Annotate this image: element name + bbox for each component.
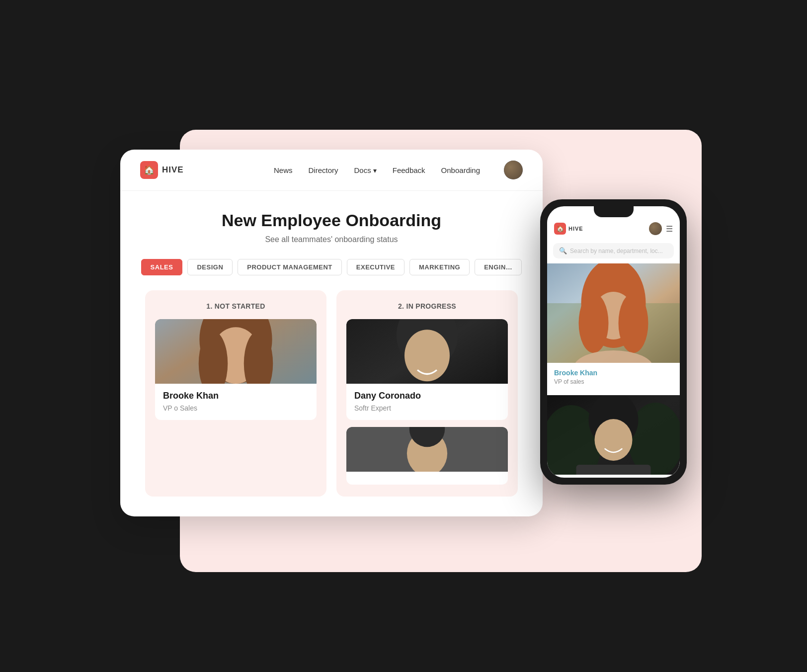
logo-icon: 🏠 bbox=[140, 161, 158, 179]
logo[interactable]: 🏠 HIVE bbox=[140, 161, 184, 179]
svg-point-24 bbox=[595, 419, 633, 461]
filter-tab-sales[interactable]: SALES bbox=[141, 259, 183, 275]
person-card-small[interactable] bbox=[346, 427, 508, 485]
phone-person-brooke[interactable]: Brooke Khan VP of sales bbox=[547, 263, 680, 392]
nav-docs[interactable]: Docs bbox=[354, 166, 377, 174]
person-card-dany[interactable]: Dany Coronado Softr Expert bbox=[346, 319, 508, 420]
search-placeholder: Search by name, department, loc... bbox=[570, 248, 663, 254]
mobile-phone: 🏠 HIVE ☰ 🔍 Search by name, department, l… bbox=[540, 199, 687, 485]
status-title-1: 1. NOT STARTED bbox=[155, 302, 317, 310]
filter-tab-product[interactable]: PRODUCT MANAGEMENT bbox=[238, 259, 342, 275]
phone-person-role-brooke: VP of sales bbox=[554, 378, 673, 385]
nav-onboarding[interactable]: Onboarding bbox=[441, 166, 480, 174]
person-name-dany: Dany Coronado bbox=[354, 391, 500, 401]
cards-grid: 1. NOT STARTED bbox=[140, 290, 523, 497]
nav-directory[interactable]: Directory bbox=[309, 166, 338, 174]
avatar[interactable] bbox=[504, 161, 523, 179]
photo-woman bbox=[155, 319, 317, 384]
scene: 🏠 HIVE News Directory Docs Feedback Onbo… bbox=[105, 100, 702, 572]
phone-logo-icon: 🏠 bbox=[554, 223, 566, 235]
person-name-brooke: Brooke Khan bbox=[163, 391, 309, 401]
nav-feedback[interactable]: Feedback bbox=[393, 166, 425, 174]
nav-links: News Directory Docs Feedback Onboarding bbox=[274, 161, 523, 179]
phone-nav-right: ☰ bbox=[649, 222, 673, 235]
logo-text: HIVE bbox=[162, 165, 184, 175]
phone-person-name-brooke: Brooke Khan bbox=[554, 369, 673, 377]
status-title-2: 2. IN PROGRESS bbox=[346, 302, 508, 310]
phone-avatar[interactable] bbox=[649, 222, 662, 235]
status-column-not-started: 1. NOT STARTED bbox=[145, 290, 326, 497]
page-subtitle: See all teammates' onboarding status bbox=[140, 235, 523, 244]
desktop-nav: 🏠 HIVE News Directory Docs Feedback Onbo… bbox=[120, 150, 543, 191]
svg-point-18 bbox=[619, 293, 648, 353]
phone-logo-text: HIVE bbox=[568, 226, 583, 232]
status-column-in-progress: 2. IN PROGRESS bbox=[336, 290, 518, 497]
person-role-dany: Softr Expert bbox=[354, 404, 500, 412]
svg-rect-25 bbox=[576, 465, 651, 475]
person-photo-dany bbox=[346, 319, 508, 384]
phone-search[interactable]: 🔍 Search by name, department, loc... bbox=[553, 243, 674, 258]
phone-person-dany[interactable] bbox=[547, 395, 680, 475]
phone-screen: 🏠 HIVE ☰ 🔍 Search by name, department, l… bbox=[547, 206, 680, 478]
phone-person-info-brooke: Brooke Khan VP of sales bbox=[547, 363, 680, 392]
person-card-brooke[interactable]: Brooke Khan VP o Sales bbox=[155, 319, 317, 420]
chevron-down-icon bbox=[373, 166, 377, 174]
desktop-card: 🏠 HIVE News Directory Docs Feedback Onbo… bbox=[120, 150, 543, 516]
page-title: New Employee Onboarding bbox=[140, 211, 523, 230]
phone-person-photo-brooke bbox=[547, 263, 680, 363]
hamburger-icon[interactable]: ☰ bbox=[666, 224, 673, 234]
filter-tab-marketing[interactable]: MARKETING bbox=[409, 259, 470, 275]
filter-tab-design[interactable]: DESIGN bbox=[187, 259, 233, 275]
person-photo-brooke bbox=[155, 319, 317, 384]
filter-tab-executive[interactable]: EXECUTIVE bbox=[347, 259, 404, 275]
person-photo-small bbox=[346, 427, 508, 472]
phone-person-photo-dany bbox=[547, 395, 680, 475]
main-content: New Employee Onboarding See all teammate… bbox=[120, 191, 543, 497]
filter-tabs: SALES DESIGN PRODUCT MANAGEMENT EXECUTIV… bbox=[140, 259, 523, 275]
avatar-image bbox=[504, 161, 523, 179]
nav-news[interactable]: News bbox=[274, 166, 293, 174]
filter-tab-engineering[interactable]: ENGIN… bbox=[475, 259, 522, 275]
search-icon: 🔍 bbox=[559, 247, 567, 254]
phone-nav: 🏠 HIVE ☰ bbox=[547, 217, 680, 239]
person-role-brooke: VP o Sales bbox=[163, 404, 309, 412]
phone-notch bbox=[594, 206, 634, 217]
svg-point-17 bbox=[579, 293, 609, 353]
